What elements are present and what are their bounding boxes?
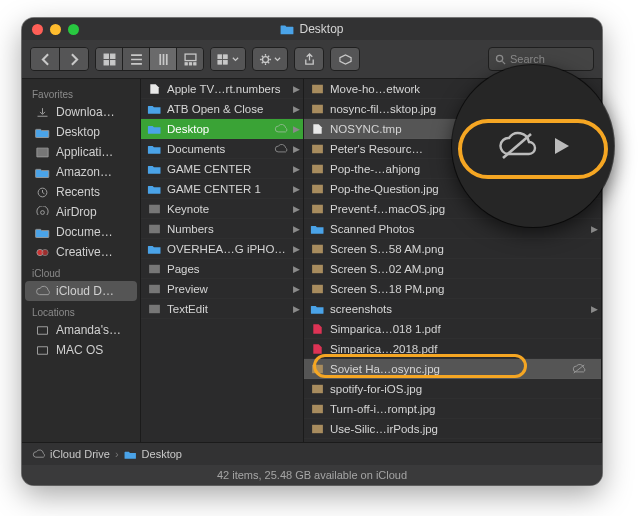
sidebar-item[interactable]: Desktop: [25, 122, 137, 142]
file-row[interactable]: Numbers▶: [141, 219, 303, 239]
svg-rect-7: [193, 62, 195, 64]
file-row[interactable]: Simparica…2018.pdf: [304, 339, 601, 359]
app-icon: [147, 283, 162, 295]
sidebar-item[interactable]: Amazon…: [25, 162, 137, 182]
disclosure-chevron-icon: ▶: [293, 224, 299, 234]
sidebar-item[interactable]: Recents: [25, 182, 137, 202]
img-icon: [310, 143, 325, 155]
share-button[interactable]: [294, 47, 324, 71]
app-icon: [147, 303, 162, 315]
file-name: Simparica…018 1.pdf: [330, 323, 586, 335]
column-view-button[interactable]: [150, 48, 177, 70]
folder-icon: [35, 166, 50, 179]
file-row[interactable]: Pages▶: [141, 259, 303, 279]
svg-rect-8: [218, 54, 222, 58]
gallery-view-button[interactable]: [177, 48, 203, 70]
sidebar-item[interactable]: Amanda's…: [25, 320, 137, 340]
file-name: screenshots: [330, 303, 586, 315]
sidebar-item[interactable]: iCloud D…: [25, 281, 137, 301]
sidebar-item-label: Amanda's…: [56, 323, 121, 337]
tags-button[interactable]: [330, 47, 360, 71]
file-row[interactable]: Desktop▶: [141, 119, 303, 139]
group-button[interactable]: [211, 48, 245, 70]
sidebar-item-label: Docume…: [56, 225, 113, 239]
file-name: Pages: [167, 263, 288, 275]
path-bar[interactable]: iCloud Drive›Desktop: [22, 442, 602, 465]
cloud-icon: [35, 285, 50, 298]
file-row[interactable]: GAME CENTER▶: [141, 159, 303, 179]
doc-icon: [147, 83, 162, 95]
search-placeholder: Search: [510, 53, 545, 65]
disclosure-chevron-icon: ▶: [293, 164, 299, 174]
file-name: OVERHEA…G iPHONE: [167, 243, 288, 255]
titlebar[interactable]: Desktop: [22, 18, 602, 40]
path-segment[interactable]: iCloud Drive: [50, 448, 110, 460]
file-row[interactable]: Turn-off-i…rompt.jpg: [304, 399, 601, 419]
sidebar-item[interactable]: Docume…: [25, 222, 137, 242]
svg-point-15: [41, 210, 45, 214]
folder-icon: [147, 103, 162, 115]
svg-rect-10: [218, 60, 222, 64]
folder-icon: [35, 126, 50, 139]
svg-point-13: [496, 55, 502, 61]
sidebar-item-label: Amazon…: [56, 165, 112, 179]
file-row[interactable]: ATB Open & Close▶: [141, 99, 303, 119]
file-row[interactable]: Screen S…18 PM.png: [304, 279, 601, 299]
sidebar-item[interactable]: MAC OS: [25, 340, 137, 360]
forward-button[interactable]: [60, 48, 88, 70]
file-row[interactable]: Simparica…018 1.pdf: [304, 319, 601, 339]
file-row[interactable]: Documents▶: [141, 139, 303, 159]
file-row[interactable]: Soviet Ha…osync.jpg: [304, 359, 601, 379]
airdrop-icon: [35, 206, 50, 219]
sidebar-item[interactable]: Downloa…: [25, 102, 137, 122]
file-row[interactable]: TextEdit▶: [141, 299, 303, 319]
folder-icon: [35, 226, 50, 239]
file-name: Preview: [167, 283, 288, 295]
file-row[interactable]: screenshots▶: [304, 299, 601, 319]
svg-rect-0: [104, 54, 108, 58]
file-row[interactable]: OVERHEA…G iPHONE▶: [141, 239, 303, 259]
file-row[interactable]: spotify-for-iOS.jpg: [304, 379, 601, 399]
file-row[interactable]: Preview▶: [141, 279, 303, 299]
disclosure-chevron-icon: ▶: [293, 84, 299, 94]
cloud-slash-icon: [572, 364, 586, 374]
cloud-icon: [32, 449, 45, 460]
window-title: Desktop: [22, 22, 602, 36]
action-button[interactable]: [252, 47, 288, 71]
pdf-icon: [310, 323, 325, 335]
disclosure-chevron-icon: ▶: [293, 144, 299, 154]
sidebar-item[interactable]: Applicati…: [25, 142, 137, 162]
svg-point-12: [263, 56, 269, 62]
img-icon: [310, 403, 325, 415]
sidebar-item[interactable]: Creative…: [25, 242, 137, 262]
file-row[interactable]: Use-Silic…irPods.jpg: [304, 419, 601, 439]
file-row[interactable]: GAME CENTER 1▶: [141, 179, 303, 199]
sidebar-item[interactable]: AirDrop: [25, 202, 137, 222]
zoom-callout: [452, 65, 614, 227]
file-row[interactable]: Keynote▶: [141, 199, 303, 219]
file-row[interactable]: Screen S…02 AM.png: [304, 259, 601, 279]
file-row[interactable]: Screen S…58 AM.png: [304, 239, 601, 259]
file-name: ATB Open & Close: [167, 103, 288, 115]
file-name: Screen S…18 PM.png: [330, 283, 586, 295]
disclosure-chevron-icon: ▶: [591, 304, 597, 314]
file-name: TextEdit: [167, 303, 288, 315]
sidebar-item-label: Recents: [56, 185, 100, 199]
sidebar: FavoritesDownloa…DesktopApplicati…Amazon…: [22, 79, 141, 442]
file-name: Apple TV…rt.numbers: [167, 83, 288, 95]
file-row[interactable]: Apple TV…rt.numbers▶: [141, 79, 303, 99]
img-icon: [310, 203, 325, 215]
folder-icon: [147, 243, 162, 255]
folder-icon: [147, 163, 162, 175]
disclosure-chevron-icon: ▶: [591, 224, 597, 234]
path-segment[interactable]: Desktop: [142, 448, 182, 460]
list-view-button[interactable]: [123, 48, 150, 70]
disclosure-chevron-icon: ▶: [293, 304, 299, 314]
file-name: Use-Silic…irPods.jpg: [330, 423, 586, 435]
sidebar-header: Favorites: [22, 83, 140, 102]
icon-view-button[interactable]: [96, 48, 123, 70]
back-button[interactable]: [31, 48, 60, 70]
column-1[interactable]: Apple TV…rt.numbers▶ATB Open & Close▶Des…: [141, 79, 304, 442]
file-name: Numbers: [167, 223, 288, 235]
file-name: Documents: [167, 143, 269, 155]
